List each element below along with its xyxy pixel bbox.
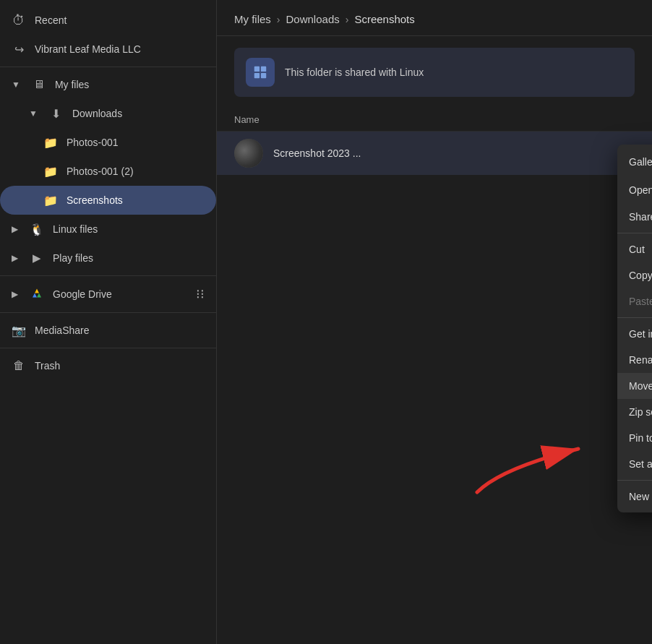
more-options-icon[interactable]: ⁝⁝ — [196, 286, 205, 302]
ctx-gallery-label: Gallery — [629, 156, 652, 168]
sidebar-item-label: Photos-001 (2) — [67, 166, 134, 177]
file-list-header: Name — [217, 108, 652, 132]
sidebar-item-label: My files — [55, 79, 89, 90]
play-icon: ▶ — [30, 251, 44, 265]
chevron-down-icon: ▼ — [12, 80, 20, 90]
ctx-divider-3 — [617, 480, 652, 481]
svg-rect-1 — [261, 66, 266, 72]
chevron-right-icon: ▶ — [12, 253, 18, 263]
breadcrumb: My files › Downloads › Screenshots — [217, 0, 652, 36]
sidebar-item-label: Recent — [35, 14, 67, 26]
arrow-annotation — [463, 434, 607, 507]
context-menu: Gallery G Open with… › Share Cut Ctrl+X … — [617, 145, 652, 512]
sidebar-item-label: Google Drive — [53, 288, 112, 300]
ctx-item-rename[interactable]: Rename Ctrl+Enter — [617, 347, 652, 373]
folder-icon: 📁 — [43, 164, 58, 179]
breadcrumb-sep-1: › — [277, 14, 280, 25]
column-name-label: Name — [234, 114, 259, 125]
recent-icon: ⏱ — [12, 13, 26, 27]
breadcrumb-sep-2: › — [346, 14, 349, 25]
ctx-item-set-as-wallpaper[interactable]: Set as wallpaper — [617, 451, 652, 477]
breadcrumb-my-files[interactable]: My files — [234, 13, 271, 25]
sidebar-item-label: Photos-001 — [67, 137, 119, 148]
sidebar-item-play-files[interactable]: ▶ ▶ Play files — [0, 244, 216, 272]
chevron-down-icon: ▼ — [29, 108, 38, 119]
divider-3 — [0, 312, 216, 313]
ctx-item-zip-selection[interactable]: Zip selection — [617, 399, 652, 425]
ctx-item-open-with[interactable]: Open with… › — [617, 176, 652, 204]
chevron-right-icon: ▶ — [12, 289, 18, 299]
svg-rect-2 — [254, 73, 259, 78]
linux-icon: 🐧 — [30, 222, 44, 236]
sidebar-item-trash[interactable]: 🗑 Trash — [0, 351, 216, 380]
svg-rect-0 — [254, 66, 259, 72]
ctx-item-pin-to-shelf[interactable]: Pin to shelf — [617, 425, 652, 451]
sidebar-item-label: Vibrant Leaf Media LLC — [35, 43, 141, 55]
download-icon: ⬇ — [49, 106, 64, 121]
main-content: My files › Downloads › Screenshots This … — [217, 0, 652, 644]
sidebar-item-label: Linux files — [53, 223, 98, 235]
sidebar-item-label: MediaShare — [35, 325, 90, 336]
divider-1 — [0, 66, 216, 67]
ctx-item-get-info[interactable]: Get info Space — [617, 321, 652, 347]
share-icon: ↪ — [12, 42, 26, 56]
ctx-divider-1 — [617, 233, 652, 233]
ctx-item-paste[interactable]: Paste Ctrl+V — [617, 288, 652, 314]
breadcrumb-downloads[interactable]: Downloads — [286, 13, 340, 25]
file-thumbnail — [234, 139, 263, 168]
shared-banner-icon — [246, 58, 275, 87]
shared-banner: This folder is shared with Linux — [234, 48, 635, 97]
folder-icon: 📁 — [43, 193, 58, 207]
sidebar-item-downloads[interactable]: ▼ ⬇ Downloads — [0, 99, 216, 128]
sidebar-item-label: Screenshots — [67, 194, 123, 206]
ctx-item-copy[interactable]: Copy Ctrl+C — [617, 262, 652, 288]
sidebar-item-linux-files[interactable]: ▶ 🐧 Linux files — [0, 215, 216, 244]
sidebar-item-vibrant[interactable]: ↪ Vibrant Leaf Media LLC — [0, 35, 216, 64]
divider-2 — [0, 275, 216, 276]
shared-banner-text: This folder is shared with Linux — [285, 66, 424, 78]
file-item-screenshot[interactable]: Screenshot 2023 ... — [217, 132, 652, 175]
ctx-item-share[interactable]: Share — [617, 204, 652, 230]
mediashare-icon: 📷 — [12, 323, 26, 338]
divider-4 — [0, 348, 216, 348]
file-name: Screenshot 2023 ... — [273, 147, 361, 159]
svg-rect-3 — [261, 73, 266, 78]
sidebar-item-google-drive[interactable]: ▶ Google Drive ⁝⁝ — [0, 279, 216, 309]
ctx-item-gallery[interactable]: Gallery G — [617, 147, 652, 176]
sidebar-item-label: Trash — [35, 360, 60, 372]
sidebar-item-mediashare[interactable]: 📷 MediaShare — [0, 316, 216, 345]
ctx-item-cut[interactable]: Cut Ctrl+X — [617, 236, 652, 262]
computer-icon: 🖥 — [32, 77, 46, 92]
ctx-item-move-to-trash[interactable]: Move to trash Alt+Backspace — [617, 373, 652, 399]
sidebar-item-photos-001[interactable]: 📁 Photos-001 — [0, 128, 216, 157]
drive-icon — [30, 287, 44, 301]
folder-icon: 📁 — [43, 135, 58, 150]
sidebar-item-screenshots[interactable]: 📁 Screenshots — [0, 186, 216, 215]
sidebar-item-recent[interactable]: ⏱ Recent — [0, 6, 216, 35]
ctx-divider-2 — [617, 317, 652, 318]
sidebar-item-photos-001-2[interactable]: 📁 Photos-001 (2) — [0, 157, 216, 186]
chevron-right-icon: ▶ — [12, 224, 18, 234]
ctx-item-new-folder[interactable]: New folder Ctrl+E — [617, 484, 652, 510]
thumbnail-image — [234, 139, 263, 168]
sidebar-item-label: Play files — [53, 252, 93, 264]
trash-icon: 🗑 — [12, 359, 26, 373]
sidebar-item-label: Downloads — [72, 108, 122, 119]
breadcrumb-screenshots[interactable]: Screenshots — [354, 13, 414, 25]
sidebar-item-my-files[interactable]: ▼ 🖥 My files — [0, 70, 216, 99]
sidebar: ⏱ Recent ↪ Vibrant Leaf Media LLC ▼ 🖥 My… — [0, 0, 217, 644]
